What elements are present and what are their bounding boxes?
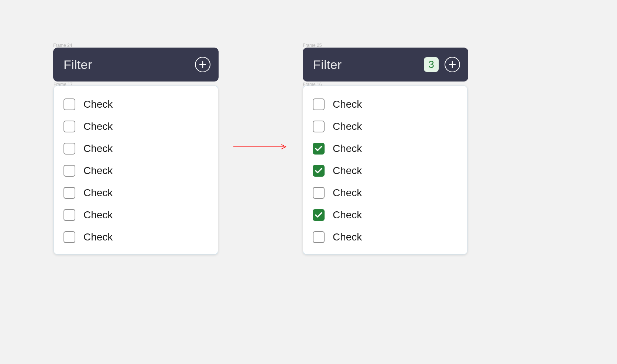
checkbox-label: Check [83,187,113,199]
checkbox-label: Check [83,165,113,177]
list-item: Check [64,204,208,226]
checkbox-label: Check [83,98,113,110]
list-item: Check [64,226,208,248]
arrow-icon [233,143,288,150]
list-item: Check [313,160,457,182]
checkbox-label: Check [83,209,113,221]
checkbox-label: Check [83,143,113,155]
checkbox[interactable] [64,231,75,243]
checkbox-label: Check [83,231,113,243]
checkbox-label: Check [333,98,362,110]
list-item: Check [313,182,457,204]
check-icon [315,212,322,218]
list-item: Check [313,115,457,138]
checkbox[interactable] [64,165,75,177]
checkbox[interactable] [313,165,325,177]
check-icon [315,168,322,174]
filter-dropdown-right: CheckCheckCheckCheckCheckCheckCheck [303,86,467,254]
list-item: Check [64,115,208,138]
list-item: Check [313,204,457,226]
add-button[interactable] [195,57,210,72]
plus-icon [199,61,206,68]
checkbox[interactable] [313,187,325,199]
checkbox[interactable] [64,143,75,155]
checkbox-label: Check [333,121,362,132]
list-item: Check [313,93,457,115]
checkbox[interactable] [64,209,75,221]
filter-title: Filter [313,58,342,72]
checkbox[interactable] [64,98,75,110]
check-icon [315,146,322,152]
checkbox[interactable] [313,121,325,132]
checkbox[interactable] [64,187,75,199]
checkbox[interactable] [313,231,325,243]
checkbox-label: Check [333,209,362,221]
checkbox-label: Check [333,187,362,199]
list-item: Check [313,226,457,248]
checkbox-label: Check [333,165,362,177]
filter-header-left: Filter [53,48,219,82]
list-item: Check [313,138,457,160]
checkbox[interactable] [313,98,325,110]
checkbox[interactable] [313,209,325,221]
frame-label: Frame 24 [53,43,72,48]
list-item: Check [64,138,208,160]
checkbox-label: Check [333,231,362,243]
checkbox-label: Check [83,121,113,132]
checkbox[interactable] [64,121,75,132]
filter-title: Filter [64,58,92,72]
filter-dropdown-left: CheckCheckCheckCheckCheckCheckCheck [54,86,218,254]
plus-icon [449,61,456,68]
list-item: Check [64,93,208,115]
add-button[interactable] [445,57,460,72]
list-item: Check [64,182,208,204]
filter-header-right: Filter 3 [303,48,468,82]
list-item: Check [64,160,208,182]
frame-label: Frame 25 [303,43,322,48]
filter-count-badge: 3 [424,57,439,72]
checkbox[interactable] [313,143,325,155]
checkbox-label: Check [333,143,362,155]
